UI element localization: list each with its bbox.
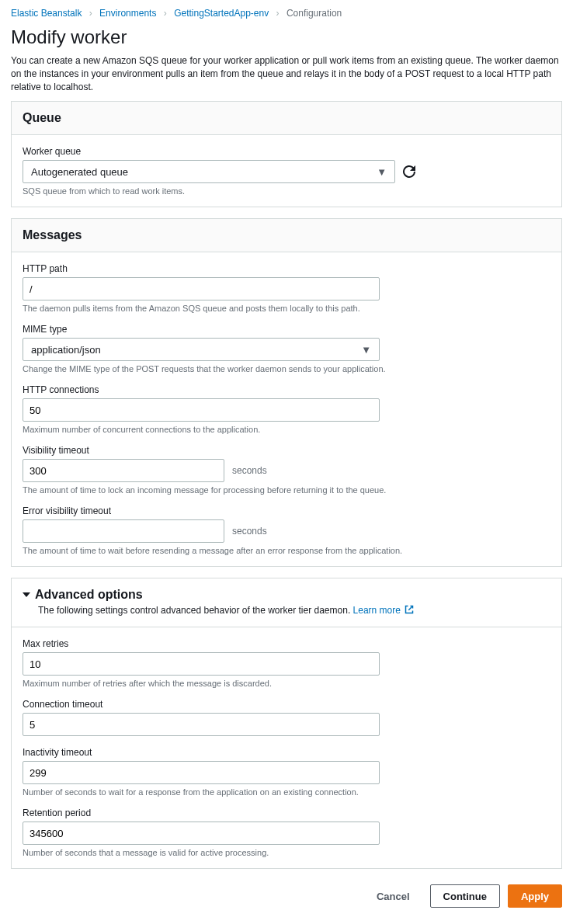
http-path-label: HTTP path bbox=[23, 263, 550, 274]
inactivity-timeout-label: Inactivity timeout bbox=[23, 747, 550, 758]
http-path-help: The daemon pulls items from the Amazon S… bbox=[23, 304, 550, 313]
error-visibility-unit: seconds bbox=[232, 526, 267, 537]
chevron-right-icon: › bbox=[89, 8, 92, 19]
footer-actions: Cancel Continue Apply bbox=[0, 880, 573, 919]
worker-queue-help: SQS queue from which to read work items. bbox=[23, 186, 550, 196]
connection-timeout-label: Connection timeout bbox=[23, 699, 550, 710]
error-visibility-label: Error visibility timeout bbox=[23, 505, 550, 516]
connection-timeout-input[interactable] bbox=[23, 713, 380, 736]
page-title: Modify worker bbox=[11, 26, 562, 48]
inactivity-timeout-help: Number of seconds to wait for a response… bbox=[23, 787, 550, 797]
visibility-timeout-input[interactable] bbox=[23, 459, 224, 482]
chevron-down-icon: ▼ bbox=[361, 344, 371, 356]
apply-button[interactable]: Apply bbox=[508, 884, 562, 908]
http-connections-label: HTTP connections bbox=[23, 384, 550, 395]
error-visibility-help: The amount of time to wait before resend… bbox=[23, 546, 550, 555]
http-path-input[interactable] bbox=[23, 277, 380, 300]
breadcrumb-link-environments[interactable]: Environments bbox=[99, 8, 156, 19]
advanced-panel: Advanced options The following settings … bbox=[11, 578, 562, 869]
error-visibility-input[interactable] bbox=[23, 519, 224, 543]
advanced-toggle[interactable]: Advanced options bbox=[23, 588, 550, 602]
chevron-down-icon: ▼ bbox=[377, 166, 387, 178]
mime-type-label: MIME type bbox=[23, 324, 550, 335]
advanced-heading: Advanced options bbox=[35, 588, 143, 602]
messages-panel: Messages HTTP path The daemon pulls item… bbox=[11, 218, 562, 567]
mime-type-value: application/json bbox=[31, 344, 101, 356]
breadcrumb-link-root[interactable]: Elastic Beanstalk bbox=[11, 8, 82, 19]
breadcrumb-link-env-name[interactable]: GettingStartedApp-env bbox=[174, 8, 269, 19]
external-link-icon bbox=[405, 605, 414, 614]
visibility-timeout-label: Visibility timeout bbox=[23, 445, 550, 456]
continue-button[interactable]: Continue bbox=[430, 884, 500, 908]
retention-period-input[interactable] bbox=[23, 822, 380, 845]
worker-queue-select[interactable]: Autogenerated queue ▼ bbox=[23, 160, 395, 183]
http-connections-help: Maximum number of concurrent connections… bbox=[23, 425, 550, 434]
refresh-icon[interactable] bbox=[403, 165, 415, 178]
page-description: You can create a new Amazon SQS queue fo… bbox=[11, 54, 562, 93]
advanced-description: The following settings control advanced … bbox=[38, 605, 550, 616]
breadcrumb-current: Configuration bbox=[286, 8, 342, 19]
queue-heading: Queue bbox=[12, 102, 561, 135]
mime-type-help: Change the MIME type of the POST request… bbox=[23, 364, 550, 373]
visibility-timeout-help: The amount of time to lock an incoming m… bbox=[23, 485, 550, 495]
cancel-button[interactable]: Cancel bbox=[364, 884, 422, 908]
chevron-right-icon: › bbox=[276, 8, 280, 19]
max-retries-label: Max retries bbox=[23, 638, 550, 649]
retention-period-help: Number of seconds that a message is vali… bbox=[23, 848, 550, 857]
chevron-right-icon: › bbox=[164, 8, 167, 19]
worker-queue-value: Autogenerated queue bbox=[31, 166, 128, 178]
breadcrumb: Elastic Beanstalk › Environments › Getti… bbox=[0, 0, 573, 23]
max-retries-help: Maximum number of retries after which th… bbox=[23, 679, 550, 688]
caret-down-icon bbox=[23, 592, 30, 597]
max-retries-input[interactable] bbox=[23, 652, 380, 676]
retention-period-label: Retention period bbox=[23, 808, 550, 818]
learn-more-link[interactable]: Learn more bbox=[353, 605, 415, 616]
http-connections-input[interactable] bbox=[23, 398, 380, 422]
queue-panel: Queue Worker queue Autogenerated queue ▼… bbox=[11, 101, 562, 207]
messages-heading: Messages bbox=[12, 219, 561, 252]
inactivity-timeout-input[interactable] bbox=[23, 761, 380, 784]
worker-queue-label: Worker queue bbox=[23, 146, 550, 157]
visibility-timeout-unit: seconds bbox=[232, 465, 267, 476]
mime-type-select[interactable]: application/json ▼ bbox=[23, 338, 380, 361]
